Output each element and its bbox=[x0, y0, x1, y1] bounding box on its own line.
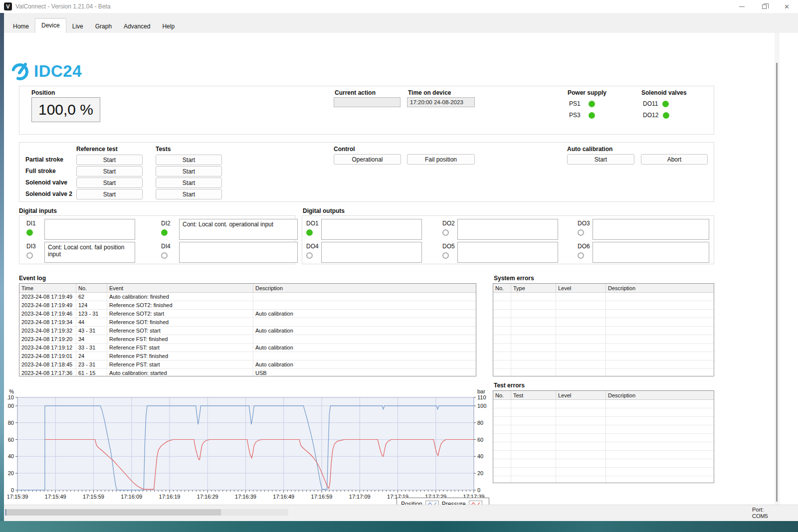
table-row[interactable] bbox=[493, 468, 714, 476]
close-button[interactable]: ✕ bbox=[776, 0, 798, 13]
table-row[interactable] bbox=[493, 310, 714, 318]
tests-start-button-solenoid-valve[interactable]: Start bbox=[156, 177, 222, 188]
table-row[interactable] bbox=[493, 360, 714, 369]
table-row[interactable] bbox=[493, 425, 714, 434]
reference-test-start-button-solenoid-valve[interactable]: Start bbox=[76, 177, 143, 188]
vertical-scrollbar[interactable] bbox=[775, 33, 780, 505]
table-row[interactable]: 2023-24-08 17:19:4962Auto calibration: f… bbox=[19, 293, 476, 301]
table-row[interactable] bbox=[493, 434, 714, 442]
table-row[interactable] bbox=[493, 327, 714, 335]
table-row[interactable]: 2023-24-08 17:19:0124Reference PST: fini… bbox=[19, 352, 476, 360]
column-header-level[interactable]: Level bbox=[556, 284, 606, 292]
tab-help[interactable]: Help bbox=[156, 21, 181, 33]
auto-calibration-start-button[interactable]: Start bbox=[567, 154, 634, 165]
ps1-status-led bbox=[589, 101, 595, 107]
column-header-no[interactable]: No. bbox=[493, 391, 511, 399]
table-cell bbox=[556, 408, 606, 416]
tab-advanced[interactable]: Advanced bbox=[118, 21, 156, 33]
di3-label: DI3 bbox=[26, 243, 44, 250]
table-row[interactable] bbox=[493, 451, 714, 459]
do3-label: DO3 bbox=[578, 220, 593, 227]
di2-value-box: Cont: Local cont. operational input bbox=[179, 219, 298, 240]
table-cell bbox=[253, 301, 476, 309]
do4-label: DO4 bbox=[306, 243, 321, 250]
svg-text:80: 80 bbox=[8, 420, 14, 426]
column-header-description[interactable]: Description bbox=[253, 284, 476, 292]
table-row[interactable]: 2023-24-08 17:18:4523 - 31Reference PST:… bbox=[19, 360, 476, 369]
table-row[interactable] bbox=[493, 459, 714, 468]
tests-start-button-solenoid-valve-2[interactable]: Start bbox=[156, 189, 222, 199]
table-row[interactable] bbox=[493, 417, 714, 425]
table-cell bbox=[556, 369, 606, 376]
do12-status-led bbox=[663, 112, 669, 119]
table-row[interactable]: 2023-24-08 17:19:49124Reference SOT2: fi… bbox=[19, 301, 476, 310]
table-cell: 2023-24-08 17:19:34 bbox=[19, 318, 76, 326]
table-row[interactable]: 2023-24-08 17:17:3661 - 15Auto calibrati… bbox=[19, 369, 476, 376]
auto-calibration-abort-button[interactable]: Abort bbox=[641, 154, 708, 165]
column-header-no[interactable]: No. bbox=[76, 284, 107, 292]
table-cell: Auto calibration: started bbox=[107, 369, 253, 376]
table-row[interactable]: 2023-24-08 17:19:46123 - 31Reference SOT… bbox=[19, 310, 476, 318]
table-cell bbox=[606, 434, 714, 442]
column-header-event[interactable]: Event bbox=[107, 284, 253, 292]
column-header-no[interactable]: No. bbox=[493, 284, 511, 292]
table-cell bbox=[556, 468, 606, 476]
horizontal-scrollbar-thumb[interactable] bbox=[6, 509, 221, 516]
table-row[interactable] bbox=[493, 335, 714, 344]
current-action-field bbox=[334, 97, 400, 107]
tests-start-button-full-stroke[interactable]: Start bbox=[156, 166, 222, 177]
table-row[interactable] bbox=[493, 352, 714, 360]
column-header-description[interactable]: Description bbox=[606, 391, 714, 399]
reference-test-start-button-partial-stroke[interactable]: Start bbox=[76, 155, 143, 165]
fail-position-button[interactable]: Fail position bbox=[407, 154, 475, 165]
horizontal-scrollbar[interactable] bbox=[5, 509, 288, 516]
table-cell bbox=[253, 352, 476, 360]
tab-device[interactable]: Device bbox=[35, 18, 66, 33]
table-row[interactable] bbox=[493, 476, 714, 483]
table-row[interactable] bbox=[493, 301, 714, 310]
restore-button[interactable] bbox=[753, 0, 776, 13]
column-header-time[interactable]: Time bbox=[19, 284, 76, 292]
tests-start-button-partial-stroke[interactable]: Start bbox=[156, 155, 222, 165]
table-row[interactable] bbox=[493, 293, 714, 301]
table-row[interactable] bbox=[493, 318, 714, 327]
table-cell: 2023-24-08 17:19:46 bbox=[19, 310, 76, 318]
minimize-button[interactable] bbox=[731, 0, 753, 13]
table-row[interactable]: 2023-24-08 17:19:3243 - 31Reference SOT:… bbox=[19, 327, 476, 335]
table-cell bbox=[493, 360, 511, 368]
table-row[interactable] bbox=[493, 400, 714, 408]
test-row-label-full-stroke: Full stroke bbox=[25, 168, 56, 175]
test-row-label-solenoid-valve-2: Solenoid valve 2 bbox=[25, 190, 72, 197]
power-supply-label: Power supply bbox=[568, 89, 606, 96]
table-row[interactable] bbox=[493, 369, 714, 376]
operational-button[interactable]: Operational bbox=[334, 154, 401, 165]
table-cell bbox=[556, 335, 606, 343]
table-cell: 2023-24-08 17:18:45 bbox=[19, 360, 76, 368]
column-header-type[interactable]: Type bbox=[511, 284, 556, 292]
table-cell: Auto calibration bbox=[253, 344, 476, 352]
vertical-scrollbar-thumb[interactable] bbox=[776, 63, 778, 502]
table-row[interactable] bbox=[493, 344, 714, 352]
column-header-description[interactable]: Description bbox=[606, 284, 714, 292]
table-row[interactable]: 2023-24-08 17:19:3444Reference SOT: fini… bbox=[19, 318, 476, 327]
tab-home[interactable]: Home bbox=[7, 21, 35, 33]
system-errors-title: System errors bbox=[494, 275, 534, 282]
svg-text:17:15:49: 17:15:49 bbox=[45, 494, 66, 500]
table-row[interactable] bbox=[493, 408, 714, 417]
table-row[interactable]: 2023-24-08 17:19:2034Reference FST: fini… bbox=[19, 335, 476, 344]
do3-value-box bbox=[593, 219, 709, 240]
tab-graph[interactable]: Graph bbox=[89, 21, 118, 33]
svg-text:40: 40 bbox=[477, 453, 483, 459]
window-title: ValConnect - Version 1.21.04 - Beta bbox=[15, 3, 111, 10]
table-row[interactable] bbox=[493, 442, 714, 451]
ps3-label: PS3 bbox=[569, 112, 584, 119]
do11-row: DO11 bbox=[643, 100, 669, 107]
tab-live[interactable]: Live bbox=[66, 21, 89, 33]
table-row[interactable]: 2023-24-08 17:19:1233 - 31Reference FST:… bbox=[19, 344, 476, 352]
reference-test-start-button-solenoid-valve-2[interactable]: Start bbox=[76, 189, 143, 199]
column-header-level[interactable]: Level bbox=[556, 391, 606, 399]
column-header-test[interactable]: Test bbox=[511, 391, 556, 399]
reference-test-start-button-full-stroke[interactable]: Start bbox=[76, 166, 143, 177]
svg-text:100: 100 bbox=[7, 403, 14, 409]
control-label: Control bbox=[334, 146, 355, 153]
